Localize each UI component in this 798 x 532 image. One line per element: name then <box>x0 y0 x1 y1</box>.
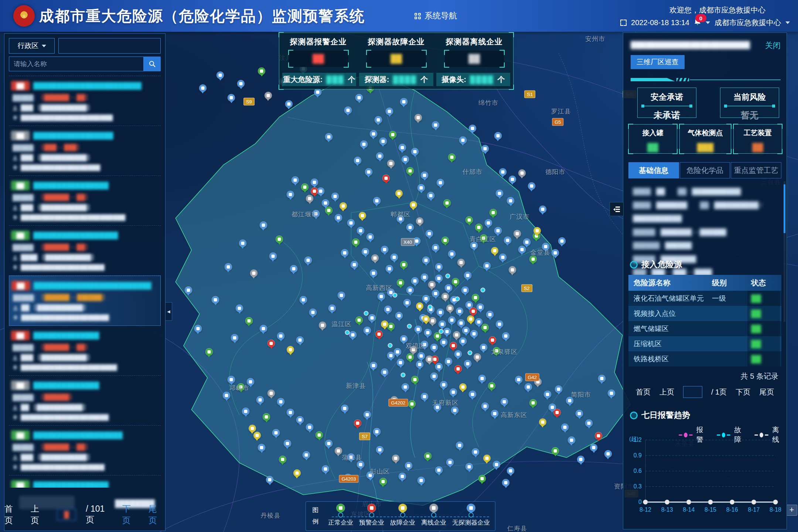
enterprise-map-pin[interactable] <box>368 314 375 321</box>
enterprise-map-pin[interactable] <box>268 390 275 397</box>
hazard-table-row[interactable]: 燃气储罐区██ <box>628 321 781 336</box>
enterprise-map-pin[interactable] <box>464 360 471 367</box>
camera-point-marker[interactable] <box>345 331 349 334</box>
enterprise-map-pin[interactable] <box>423 257 430 264</box>
enterprise-map-pin[interactable] <box>598 375 605 382</box>
enterprise-map-pin[interactable] <box>496 190 503 197</box>
hazard-table-row[interactable]: 压缩机区██ <box>628 336 781 351</box>
enterprise-map-pin[interactable] <box>459 137 466 144</box>
enterprise-map-pin[interactable] <box>225 263 232 270</box>
enterprise-map-pin[interactable] <box>359 212 366 219</box>
enterprise-map-pin[interactable] <box>424 329 431 336</box>
enterprise-map-pin[interactable] <box>427 192 434 199</box>
enterprise-map-pin[interactable] <box>381 369 388 376</box>
enterprise-map-pin[interactable] <box>297 337 304 344</box>
enterprise-map-pin[interactable] <box>478 475 485 482</box>
enterprise-map-pin[interactable] <box>499 168 506 175</box>
enterprise-map-pin[interactable] <box>415 326 422 333</box>
company-list-item[interactable]: ██████████████████████████:【██████ ─ ██】… <box>9 426 161 475</box>
enterprise-map-pin[interactable] <box>386 108 393 115</box>
enterprise-map-pin[interactable] <box>373 428 380 435</box>
enterprise-map-pin[interactable] <box>205 348 212 355</box>
enterprise-map-pin[interactable] <box>311 179 318 186</box>
enterprise-map-pin[interactable] <box>429 317 436 324</box>
enterprise-map-pin[interactable] <box>338 292 345 299</box>
enterprise-map-pin[interactable] <box>487 311 494 318</box>
enterprise-map-pin[interactable] <box>469 125 476 132</box>
enterprise-map-pin[interactable] <box>403 299 410 306</box>
enterprise-map-pin[interactable] <box>458 320 465 327</box>
enterprise-map-pin[interactable] <box>432 290 439 297</box>
enterprise-map-pin[interactable] <box>577 456 584 463</box>
enterprise-map-pin[interactable] <box>489 337 496 344</box>
enterprise-map-pin[interactable] <box>418 352 425 359</box>
enterprise-map-pin[interactable] <box>509 266 516 273</box>
enterprise-map-pin[interactable] <box>356 317 363 324</box>
enterprise-map-pin[interactable] <box>442 293 449 300</box>
camera-point-marker[interactable] <box>401 374 405 377</box>
camera-point-marker[interactable] <box>408 324 411 328</box>
enterprise-map-pin[interactable] <box>440 381 447 388</box>
enterprise-map-pin[interactable] <box>502 479 509 486</box>
enterprise-map-pin[interactable] <box>293 470 300 477</box>
enterprise-map-pin[interactable] <box>412 148 419 155</box>
enterprise-map-pin[interactable] <box>466 463 473 470</box>
enterprise-map-pin[interactable] <box>396 190 403 197</box>
enterprise-map-pin[interactable] <box>258 444 265 451</box>
enterprise-map-pin[interactable] <box>443 328 450 335</box>
enterprise-map-pin[interactable] <box>364 411 371 418</box>
enterprise-map-pin[interactable] <box>370 130 377 137</box>
enterprise-map-pin[interactable] <box>357 461 364 468</box>
enterprise-map-pin[interactable] <box>322 200 329 207</box>
enterprise-map-pin[interactable] <box>236 305 243 312</box>
camera-point-marker[interactable] <box>446 274 449 278</box>
enterprise-map-pin[interactable] <box>304 257 311 264</box>
enterprise-map-pin[interactable] <box>424 453 431 460</box>
enterprise-map-pin[interactable] <box>518 170 525 177</box>
enterprise-map-pin[interactable] <box>436 363 443 370</box>
company-list-item[interactable]: ███████████████████████:【██████ ─ ██】███… <box>9 475 161 488</box>
enterprise-map-pin[interactable] <box>408 400 415 407</box>
enterprise-map-pin[interactable] <box>250 270 257 277</box>
enterprise-map-pin[interactable] <box>453 331 460 338</box>
enterprise-map-pin[interactable] <box>470 308 477 315</box>
enterprise-map-pin[interactable] <box>292 177 299 184</box>
page-number-input[interactable] <box>57 509 76 521</box>
camera-point-marker[interactable] <box>393 294 397 297</box>
enterprise-map-pin[interactable] <box>245 317 252 324</box>
company-list-item[interactable]: █████████████████████████:【██████ ─ ██】█… <box>9 226 161 276</box>
enterprise-map-pin[interactable] <box>400 261 407 268</box>
enterprise-map-pin[interactable] <box>454 365 461 372</box>
enterprise-map-pin[interactable] <box>279 456 286 463</box>
enterprise-map-pin[interactable] <box>504 237 511 244</box>
enterprise-map-pin[interactable] <box>402 383 409 391</box>
close-panel-button[interactable]: 关闭 <box>765 40 781 51</box>
enterprise-map-pin[interactable] <box>431 344 438 351</box>
enterprise-map-pin[interactable] <box>263 413 270 420</box>
enterprise-map-pin[interactable] <box>490 209 497 216</box>
enterprise-map-pin[interactable] <box>448 250 455 258</box>
enterprise-map-pin[interactable] <box>507 467 514 474</box>
enterprise-map-pin[interactable] <box>463 327 470 334</box>
enterprise-map-pin[interactable] <box>362 248 369 255</box>
detail-page-prev[interactable]: 上页 <box>659 387 674 397</box>
enterprise-map-pin[interactable] <box>604 450 611 457</box>
company-list-item[interactable]: ████████████████████████:【███ ─ ███】███ … <box>9 126 161 176</box>
enterprise-map-pin[interactable] <box>378 293 385 300</box>
enterprise-map-pin[interactable] <box>416 361 423 368</box>
enterprise-map-pin[interactable] <box>325 207 332 214</box>
enterprise-map-pin[interactable] <box>499 254 506 261</box>
enterprise-map-pin[interactable] <box>418 477 425 484</box>
enterprise-map-pin[interactable] <box>576 410 583 417</box>
enterprise-map-pin[interactable] <box>436 263 443 270</box>
enterprise-map-pin[interactable] <box>421 172 428 179</box>
enterprise-map-pin[interactable] <box>376 446 383 453</box>
enterprise-map-pin[interactable] <box>436 467 443 474</box>
enterprise-map-pin[interactable] <box>448 317 455 324</box>
enterprise-map-pin[interactable] <box>416 303 423 310</box>
org-menu[interactable]: 成都市应急救援中心 <box>715 18 781 28</box>
enterprise-map-pin[interactable] <box>300 296 307 303</box>
enterprise-map-pin[interactable] <box>423 316 430 323</box>
enterprise-map-pin[interactable] <box>194 325 201 332</box>
enterprise-map-pin[interactable] <box>496 321 503 328</box>
